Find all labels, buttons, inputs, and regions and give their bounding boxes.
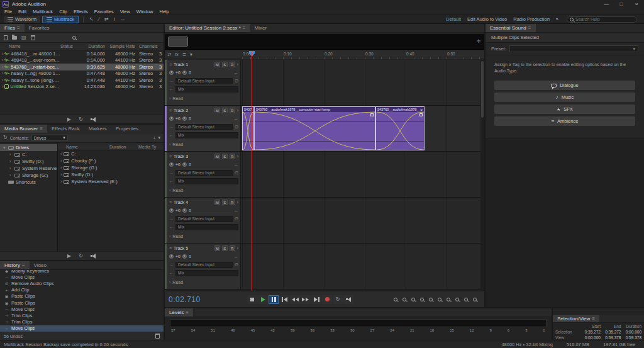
expander-icon[interactable]: ›	[60, 172, 62, 177]
solo-button[interactable]: S	[222, 245, 228, 251]
file-row[interactable]: › Untitled Session 2.sesx * 14:23.086 48…	[0, 84, 164, 91]
menu-item[interactable]: Help	[157, 9, 172, 14]
output-select[interactable]: Mix	[175, 224, 238, 230]
panel-menu-icon[interactable]: ≡	[592, 316, 595, 322]
mute-button[interactable]: M	[214, 245, 220, 251]
track-header[interactable]: ≡ Track 1 M S R › +0 0 ↔	[167, 60, 241, 105]
expander-icon[interactable]: ›	[60, 159, 62, 163]
filter-icon[interactable]: ▾	[158, 135, 160, 140]
input-select[interactable]: Default Stereo Input	[175, 170, 233, 176]
range-duration[interactable]: 0:00.000	[621, 330, 641, 334]
track-header[interactable]: ≡ Track 3 M S R › +0 0 ↔	[167, 152, 241, 197]
zoom-out-vertical-icon[interactable]	[435, 295, 444, 303]
chevron-icon[interactable]: ›	[169, 96, 170, 101]
audio-type-tag-button[interactable]: Music	[494, 93, 635, 102]
preview-speaker-icon[interactable]	[91, 254, 96, 259]
panel-tab[interactable]: History≡	[0, 261, 30, 269]
track-header[interactable]: ≡ Track 4 M S R › +0 0 ↔	[167, 198, 241, 243]
overview-zoom-icon[interactable]: ✛	[476, 39, 481, 44]
preset-dropdown[interactable]: ▾	[509, 45, 638, 52]
history-item[interactable]: Move Clips	[0, 306, 164, 312]
pan-value[interactable]: 0	[189, 162, 191, 167]
expander-icon[interactable]: ›	[2, 52, 3, 56]
clip-fx-badge[interactable]	[419, 113, 423, 116]
drive-row[interactable]: › Storage (G:)	[58, 164, 164, 171]
column-header[interactable]: Duration	[77, 44, 105, 48]
menu-item[interactable]: Effects	[70, 9, 91, 14]
arm-record-button[interactable]: R	[230, 199, 235, 205]
input-select[interactable]: Default Stereo Input	[175, 78, 233, 84]
eq-icon[interactable]: ▾	[190, 52, 192, 57]
pause-button[interactable]	[269, 295, 279, 304]
file-row[interactable]: › 543760_...r-start-beep.wav 0:39.625 48…	[0, 64, 164, 70]
timeline-ruler[interactable]: 0:000:100:200:300:400:50	[241, 50, 480, 59]
sends-icon[interactable]: ≣	[182, 52, 186, 57]
output-select[interactable]: Mix	[175, 178, 238, 184]
vertical-scrollbar[interactable]	[480, 60, 484, 291]
expander-icon[interactable]: ›	[2, 71, 3, 76]
monitor-off-icon[interactable]: ∅	[235, 79, 238, 84]
overview-navigator[interactable]	[168, 36, 188, 47]
monitor-off-icon[interactable]: ∅	[235, 262, 238, 267]
panel-menu-icon[interactable]: ≡	[22, 262, 25, 268]
zoom-to-selection-icon[interactable]	[462, 295, 470, 303]
panel-tab[interactable]: Editor: Untitled Session 2.sesx *≡	[165, 24, 250, 32]
clip-fx-badge[interactable]	[370, 113, 374, 116]
range-start[interactable]: 0:00.000	[580, 335, 601, 340]
chevron-icon[interactable]: ›	[169, 234, 170, 239]
panel-tab[interactable]: Effects Rack≡	[47, 125, 84, 133]
file-row[interactable]: › 468418_...ever-room.wav 0:14.000 44100…	[0, 57, 164, 64]
search-input[interactable]	[575, 17, 628, 21]
tree-item[interactable]: › Storage (G:)	[0, 172, 57, 179]
chevron-icon[interactable]: ›	[237, 200, 238, 205]
track-name[interactable]: Track 5	[174, 246, 213, 250]
play-button[interactable]	[258, 295, 268, 304]
skip-to-end-button[interactable]	[311, 295, 321, 304]
slip-tool-icon[interactable]: ⇄	[103, 16, 110, 22]
zoom-to-in-point-icon[interactable]	[444, 295, 453, 303]
menu-item[interactable]: Edit	[15, 9, 30, 14]
drive-row[interactable]: › C:	[58, 150, 164, 157]
volume-value[interactable]: +0	[175, 254, 180, 259]
expander-icon[interactable]: ›	[2, 65, 3, 69]
volume-knob[interactable]	[169, 162, 174, 167]
file-row[interactable]: › 468418_...m 48000 1.wav 0:14.000 48000…	[0, 50, 164, 57]
panel-tab[interactable]: Video≡	[30, 261, 51, 269]
menu-item[interactable]: Multitrack	[30, 9, 56, 14]
monitor-off-icon[interactable]: ∅	[235, 216, 238, 222]
volume-knob[interactable]	[169, 254, 174, 259]
help-search-box[interactable]	[567, 16, 637, 23]
files-search-icon[interactable]	[72, 36, 76, 40]
clip-menu-icon[interactable]: ▾	[421, 108, 423, 112]
solo-button[interactable]: S	[222, 62, 228, 67]
track-content[interactable]	[241, 198, 480, 243]
solo-button[interactable]: S	[222, 154, 228, 159]
panel-menu-icon[interactable]: ≡	[40, 126, 43, 132]
output-select[interactable]: Mix	[175, 270, 238, 276]
input-select[interactable]: Default Stereo Input	[175, 216, 233, 222]
history-item[interactable]: Trim Clips	[0, 312, 164, 318]
pan-value[interactable]: 0	[189, 254, 191, 259]
history-item[interactable]: Move Clips	[0, 274, 164, 280]
zoom-out-icon[interactable]	[400, 295, 409, 303]
volume-value[interactable]: +0	[175, 70, 180, 75]
file-row[interactable]: › heavy r...tone (long).wav 0:47.448 441…	[0, 77, 164, 84]
fx-rack-icon[interactable]: fx	[175, 52, 178, 57]
view-button[interactable]: Waveform	[3, 16, 41, 23]
expander-icon[interactable]: ›	[2, 58, 3, 62]
razor-tool-icon[interactable]: ∕	[97, 16, 101, 22]
menu-item[interactable]: File	[1, 9, 15, 14]
zoom-in-vertical-icon[interactable]	[426, 295, 435, 303]
workspace-button[interactable]: »	[553, 16, 562, 22]
pan-value[interactable]: 0	[189, 208, 191, 213]
chevron-icon[interactable]: ›	[237, 62, 238, 67]
volume-value[interactable]: +0	[175, 162, 180, 167]
history-item[interactable]: Add Clip	[0, 287, 164, 293]
column-header[interactable]: Duration	[109, 145, 138, 149]
close-button[interactable]: ×	[629, 0, 644, 8]
fast-forward-button[interactable]	[301, 295, 311, 304]
menu-item[interactable]: Clip	[56, 9, 70, 14]
output-select[interactable]: Mix	[175, 86, 238, 93]
automation-mode-select[interactable]: Read	[172, 188, 183, 193]
panel-tab[interactable]: Media Browser≡	[0, 125, 47, 133]
